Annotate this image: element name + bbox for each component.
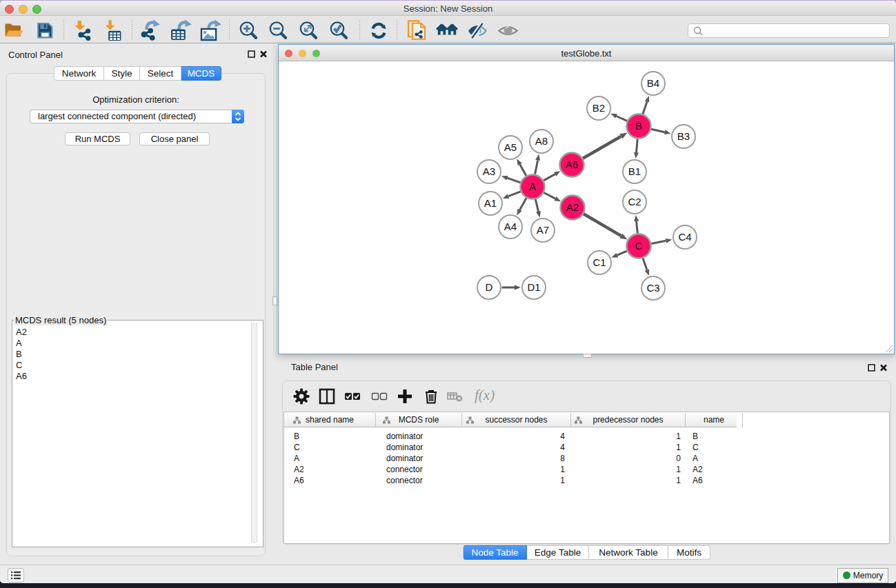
svg-text:A1: A1 — [484, 197, 497, 209]
svg-text:A3: A3 — [483, 165, 495, 177]
svg-text:C4: C4 — [678, 231, 691, 243]
svg-text:B: B — [635, 120, 642, 132]
svg-text:A: A — [529, 181, 536, 192]
svg-text:D: D — [486, 281, 493, 293]
svg-text:C2: C2 — [628, 196, 641, 207]
svg-text:A2: A2 — [566, 201, 579, 213]
svg-text:B3: B3 — [677, 130, 690, 142]
svg-text:B4: B4 — [647, 77, 659, 89]
svg-text:A6: A6 — [566, 159, 578, 170]
svg-text:A5: A5 — [504, 141, 517, 153]
svg-text:B2: B2 — [593, 102, 605, 114]
svg-text:C3: C3 — [646, 282, 659, 294]
svg-text:D1: D1 — [527, 281, 540, 293]
svg-text:C: C — [635, 240, 643, 252]
svg-text:A8: A8 — [535, 135, 548, 147]
svg-text:B1: B1 — [628, 165, 641, 177]
svg-text:A7: A7 — [537, 224, 549, 236]
svg-text:A4: A4 — [504, 221, 517, 232]
svg-text:C1: C1 — [593, 256, 606, 268]
